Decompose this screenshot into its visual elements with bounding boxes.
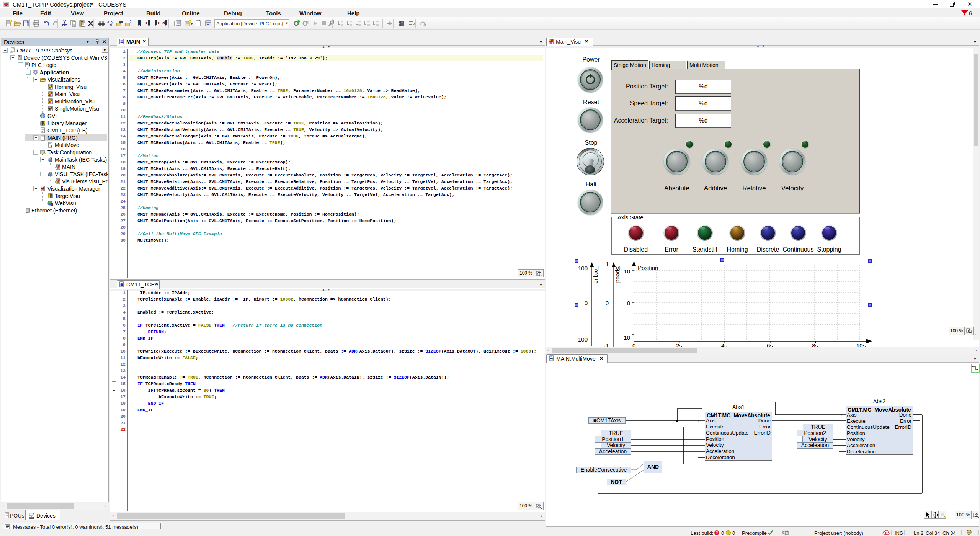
svg-text:A: A bbox=[51, 144, 53, 148]
svg-text:M: M bbox=[41, 189, 44, 191]
svg-text:A: A bbox=[107, 20, 109, 24]
svg-text:A: A bbox=[552, 358, 554, 361]
